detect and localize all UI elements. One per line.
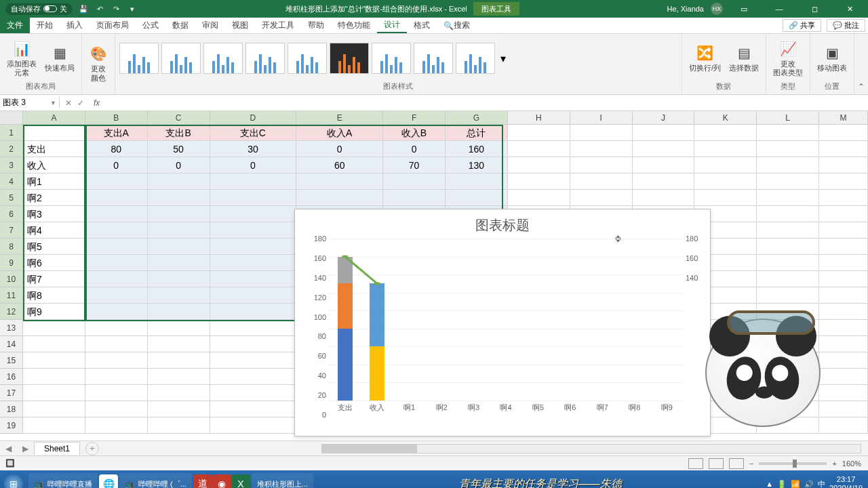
cell[interactable] xyxy=(23,125,85,141)
row-header[interactable]: 12 xyxy=(0,304,23,320)
chart-title[interactable]: 图表标题 xyxy=(295,209,710,239)
cell[interactable] xyxy=(85,255,148,271)
chart-style-thumb[interactable] xyxy=(372,43,411,74)
app-icon[interactable]: 道 xyxy=(193,474,212,488)
cell[interactable] xyxy=(148,320,210,336)
cell[interactable] xyxy=(570,125,633,141)
clock[interactable]: 23:172020/4/19 xyxy=(829,475,863,488)
chart-style-thumb[interactable] xyxy=(414,43,453,74)
cell[interactable] xyxy=(210,222,297,239)
row-header[interactable]: 11 xyxy=(0,287,23,304)
tab-search[interactable]: 🔍 搜索 xyxy=(437,18,477,33)
cell[interactable] xyxy=(210,401,297,418)
sheet-nav-next[interactable]: ▶ xyxy=(17,444,34,453)
row-header[interactable]: 8 xyxy=(0,239,23,255)
system-tray[interactable]: ▲🔋📶🔊中 23:172020/4/19 xyxy=(766,475,868,488)
cell[interactable]: 啊5 xyxy=(23,239,85,255)
cell[interactable] xyxy=(210,369,297,385)
chart-style-thumb[interactable] xyxy=(245,43,285,74)
column-header[interactable]: M xyxy=(819,111,868,124)
cell[interactable] xyxy=(85,239,148,255)
select-all-corner[interactable] xyxy=(0,111,23,124)
autosave-toggle[interactable]: 自动保存 关 xyxy=(5,3,73,15)
cell[interactable]: 30 xyxy=(210,141,297,157)
column-header[interactable]: A xyxy=(23,111,85,124)
cell[interactable] xyxy=(210,190,297,206)
cell[interactable] xyxy=(210,271,297,287)
cell[interactable] xyxy=(210,320,297,336)
cell[interactable] xyxy=(508,174,570,190)
cancel-formula-icon[interactable]: ✕ xyxy=(65,98,72,108)
cell[interactable] xyxy=(148,239,210,255)
cell[interactable]: 0 xyxy=(85,157,148,174)
worksheet-grid[interactable]: ABCDEFGHIJKLM 1支出A支出B支出C收入A收入B总计2支出80503… xyxy=(0,111,868,441)
cell[interactable]: 80 xyxy=(85,141,148,157)
minimize-button[interactable]: — xyxy=(765,0,793,18)
cell[interactable] xyxy=(85,174,148,190)
tab-view[interactable]: 视图 xyxy=(225,18,255,33)
cell[interactable] xyxy=(210,352,297,369)
cell[interactable] xyxy=(85,352,148,369)
cell[interactable] xyxy=(633,125,695,141)
column-header[interactable]: D xyxy=(210,111,297,124)
chart-style-thumb[interactable] xyxy=(456,43,495,74)
row-header[interactable]: 3 xyxy=(0,157,23,174)
tab-developer[interactable]: 开发工具 xyxy=(255,18,301,33)
cell[interactable] xyxy=(757,157,819,174)
cell[interactable] xyxy=(757,320,819,336)
cell[interactable] xyxy=(23,352,85,369)
cell[interactable] xyxy=(148,255,210,271)
cell[interactable] xyxy=(23,385,85,401)
column-header[interactable]: H xyxy=(508,111,570,124)
cell[interactable] xyxy=(85,320,148,336)
cell[interactable] xyxy=(757,336,819,352)
column-header[interactable]: I xyxy=(570,111,633,124)
maximize-button[interactable]: ◻ xyxy=(800,0,829,18)
cell[interactable] xyxy=(819,304,868,320)
cell[interactable] xyxy=(633,174,695,190)
zoom-in-button[interactable]: + xyxy=(832,460,836,468)
tab-data[interactable]: 数据 xyxy=(165,18,195,33)
cell[interactable] xyxy=(757,141,819,157)
cell[interactable]: 支出C xyxy=(210,125,297,141)
cell[interactable] xyxy=(148,206,210,222)
cell[interactable] xyxy=(210,304,297,320)
cell[interactable]: 130 xyxy=(446,157,508,174)
cell[interactable] xyxy=(757,352,819,369)
taskbar-item[interactable]: 📺哔哩哔哩 (゜... xyxy=(119,473,192,488)
row-header[interactable]: 17 xyxy=(0,385,23,401)
cell[interactable] xyxy=(757,401,819,418)
cell[interactable] xyxy=(819,385,868,401)
cell[interactable]: 0 xyxy=(296,141,383,157)
chart-style-thumb[interactable] xyxy=(203,43,243,74)
cell[interactable]: 啊2 xyxy=(23,190,85,206)
cell[interactable] xyxy=(85,401,148,418)
column-header[interactable]: G xyxy=(446,111,508,124)
cell[interactable] xyxy=(210,174,297,190)
cell[interactable]: 啊8 xyxy=(23,287,85,304)
cell[interactable] xyxy=(819,352,868,369)
cell[interactable]: 啊6 xyxy=(23,255,85,271)
redo-icon[interactable]: ↷ xyxy=(111,3,121,14)
cell[interactable]: 收入 xyxy=(23,157,85,174)
cell[interactable] xyxy=(85,206,148,222)
tab-home[interactable]: 开始 xyxy=(30,18,60,33)
cell[interactable] xyxy=(757,125,819,141)
cell[interactable] xyxy=(819,206,868,222)
cell[interactable] xyxy=(757,418,819,434)
row-header[interactable]: 4 xyxy=(0,174,23,190)
zoom-out-button[interactable]: − xyxy=(749,460,753,468)
share-button[interactable]: 🔗 共享 xyxy=(783,19,821,32)
cell[interactable] xyxy=(570,174,633,190)
fx-icon[interactable]: fx xyxy=(90,98,104,108)
cell[interactable]: 啊3 xyxy=(23,206,85,222)
row-header[interactable]: 15 xyxy=(0,352,23,369)
cell[interactable] xyxy=(508,141,570,157)
qat-more-icon[interactable]: ▾ xyxy=(127,3,138,14)
row-header[interactable]: 9 xyxy=(0,255,23,271)
cell[interactable]: 支出 xyxy=(23,141,85,157)
chart-style-thumb[interactable] xyxy=(288,43,327,74)
cell[interactable] xyxy=(148,369,210,385)
cell[interactable]: 0 xyxy=(148,157,210,174)
tab-formulas[interactable]: 公式 xyxy=(136,18,165,33)
